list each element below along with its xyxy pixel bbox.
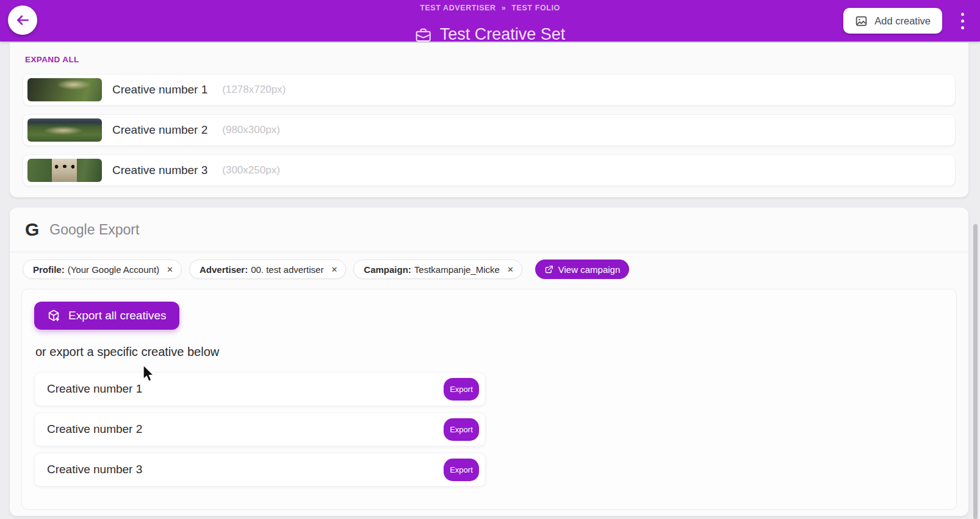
breadcrumb-separator: » <box>502 4 506 12</box>
google-g-icon: G <box>25 220 39 239</box>
creative-size: (980x300px) <box>222 124 280 136</box>
google-export-title: Google Export <box>49 222 139 238</box>
export-row: Creative number 2 Export <box>34 412 486 446</box>
page-title: Test Creative Set <box>440 25 566 44</box>
remove-filter-icon[interactable]: ✕ <box>167 266 173 274</box>
export-panel: Export all creatives or export a specifi… <box>21 289 957 510</box>
creative-name: Creative number 1 <box>112 83 207 96</box>
breadcrumb: TEST ADVERTISER » TEST FOLIO <box>420 4 560 12</box>
export-button[interactable]: Export <box>444 418 479 441</box>
campaign-filter-chip[interactable]: Campaign: Testkampanje_Micke ✕ <box>353 260 522 279</box>
chip-value: Testkampanje_Micke <box>414 264 500 275</box>
google-export-section: G Google Export Profile: (Your Google Ac… <box>10 208 968 516</box>
remove-filter-icon[interactable]: ✕ <box>507 266 514 274</box>
creatives-section: EXPAND ALL Creative number 1 (1278x720px… <box>10 43 968 197</box>
divider <box>10 252 968 252</box>
add-creative-button[interactable]: Add creative <box>843 8 942 34</box>
export-creative-name: Creative number 1 <box>47 382 142 396</box>
export-creative-name: Creative number 2 <box>47 423 142 436</box>
creative-thumbnail <box>27 118 102 142</box>
google-export-header: G Google Export <box>10 208 968 252</box>
kebab-menu-icon[interactable] <box>959 10 967 32</box>
image-icon <box>855 15 868 27</box>
chip-value: (Your Google Account) <box>68 264 159 275</box>
expand-all-link[interactable]: EXPAND ALL <box>25 55 79 64</box>
breadcrumb-parent[interactable]: TEST ADVERTISER <box>420 4 496 12</box>
export-row: Creative number 1 Export <box>34 372 486 406</box>
export-all-creatives-button[interactable]: Export all creatives <box>34 302 179 330</box>
export-button[interactable]: Export <box>444 378 479 401</box>
export-all-label: Export all creatives <box>68 309 167 322</box>
filter-chips-row: Profile: (Your Google Account) ✕ Adverti… <box>23 260 968 279</box>
back-button[interactable] <box>8 5 37 35</box>
cube-export-icon <box>47 309 60 322</box>
header-actions: Add creative <box>843 0 970 42</box>
creative-thumbnail <box>27 159 102 182</box>
vertical-scrollbar[interactable] <box>973 224 978 519</box>
export-subtitle: or export a specific creative below <box>35 345 944 359</box>
advertiser-filter-chip[interactable]: Advertiser: 00. test advertiser ✕ <box>189 260 346 279</box>
view-campaign-button[interactable]: View campaign <box>535 260 629 279</box>
chip-label: Advertiser: <box>200 264 248 275</box>
creative-row[interactable]: Creative number 2 (980x300px) <box>23 114 956 146</box>
chip-label: Profile: <box>33 264 65 275</box>
remove-filter-icon[interactable]: ✕ <box>331 266 337 274</box>
creative-row[interactable]: Creative number 1 (1278x720px) <box>23 74 956 106</box>
breadcrumb-child[interactable]: TEST FOLIO <box>511 4 560 12</box>
export-row: Creative number 3 Export <box>34 452 486 487</box>
profile-filter-chip[interactable]: Profile: (Your Google Account) ✕ <box>23 260 182 279</box>
export-button[interactable]: Export <box>444 459 479 481</box>
chip-label: Campaign: <box>364 264 411 275</box>
creative-row[interactable]: Creative number 3 (300x250px) <box>23 154 956 186</box>
external-link-icon <box>544 265 553 274</box>
creative-name: Creative number 3 <box>112 164 207 177</box>
creative-name: Creative number 2 <box>112 123 207 137</box>
creative-thumbnail <box>27 78 102 101</box>
add-creative-label: Add creative <box>874 15 931 27</box>
creative-size: (1278x720px) <box>222 84 286 96</box>
export-creative-name: Creative number 3 <box>47 463 142 476</box>
arrow-left-icon <box>15 12 31 28</box>
creative-size: (300x250px) <box>222 164 280 176</box>
app-header: TEST ADVERTISER » TEST FOLIO Test Creati… <box>0 0 980 42</box>
view-campaign-label: View campaign <box>558 264 620 275</box>
briefcase-icon <box>415 26 432 43</box>
chip-value: 00. test advertiser <box>251 264 323 275</box>
